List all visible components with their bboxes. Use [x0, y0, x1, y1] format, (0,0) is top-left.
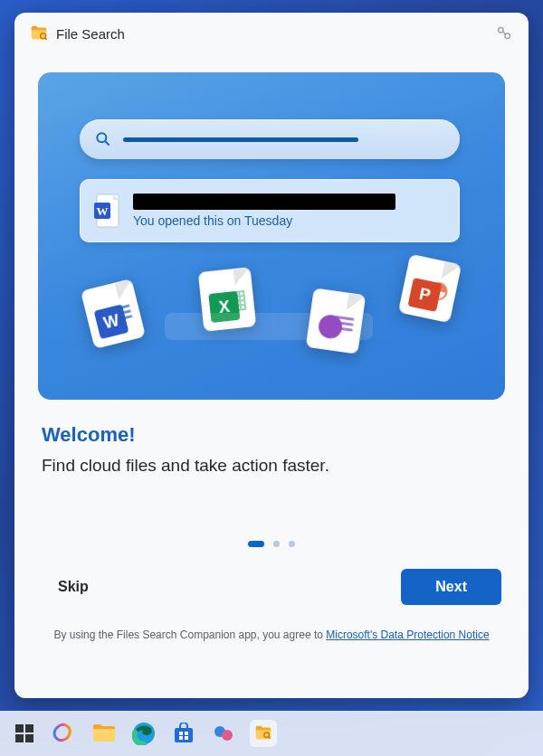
svg-rect-13 — [175, 728, 193, 742]
welcome-subtitle: Find cloud files and take action faster. — [42, 456, 501, 476]
skip-button[interactable]: Skip — [42, 570, 105, 604]
svg-rect-9 — [25, 724, 33, 732]
welcome-heading: Welcome! — [42, 423, 501, 447]
next-button[interactable]: Next — [401, 569, 501, 605]
taskbar-app-icon-1[interactable] — [210, 720, 237, 747]
footer-text: By using the Files Search Companion app,… — [42, 628, 501, 641]
page-dot-1[interactable] — [248, 541, 264, 547]
svg-rect-17 — [185, 736, 188, 740]
hero-ghost-row — [165, 313, 373, 340]
titlebar: File Search — [14, 13, 529, 54]
hero-illustration: W You opened this on Tuesday W X P — [38, 72, 505, 400]
page-dot-3[interactable] — [289, 541, 295, 547]
hero-search-bar — [80, 119, 460, 159]
svg-rect-8 — [15, 724, 24, 732]
svg-rect-14 — [179, 732, 183, 735]
app-title: File Search — [56, 26, 494, 42]
content-text: Welcome! Find cloud files and take actio… — [42, 423, 501, 476]
svg-point-19 — [222, 730, 233, 741]
svg-rect-10 — [15, 734, 24, 742]
page-indicator — [14, 541, 529, 547]
taskbar-edge-icon[interactable] — [130, 720, 157, 747]
hero-result-subtitle: You opened this on Tuesday — [133, 213, 446, 228]
button-row: Skip Next — [42, 569, 501, 605]
search-text-placeholder — [123, 137, 358, 142]
app-icon — [29, 24, 49, 43]
privacy-link[interactable]: Microsoft's Data Protection Notice — [326, 628, 489, 641]
svg-rect-11 — [25, 734, 33, 742]
taskbar-filesearch-icon[interactable] — [250, 720, 277, 747]
taskbar-explorer-icon[interactable] — [90, 720, 118, 747]
magnifier-icon — [94, 130, 112, 148]
footer-prefix: By using the Files Search Companion app,… — [53, 628, 326, 641]
taskbar — [0, 711, 543, 756]
svg-text:W: W — [97, 204, 109, 218]
page-dot-2[interactable] — [273, 541, 280, 547]
settings-icon[interactable] — [494, 24, 514, 43]
word-doc-icon: W — [93, 194, 122, 228]
taskbar-store-icon[interactable] — [170, 720, 197, 747]
svg-rect-16 — [179, 736, 183, 740]
hero-result-card: W You opened this on Tuesday — [80, 179, 460, 242]
app-window: File Search W You opened this on Tuesday… — [14, 13, 529, 698]
taskbar-copilot-icon[interactable] — [51, 720, 78, 747]
svg-rect-15 — [185, 732, 188, 735]
taskbar-start-icon[interactable] — [11, 720, 38, 747]
hero-result-title-redacted — [133, 194, 395, 210]
svg-point-1 — [499, 28, 504, 33]
svg-point-3 — [97, 133, 106, 142]
word-file-icon: W — [81, 279, 146, 349]
powerpoint-file-icon: P — [398, 254, 462, 324]
